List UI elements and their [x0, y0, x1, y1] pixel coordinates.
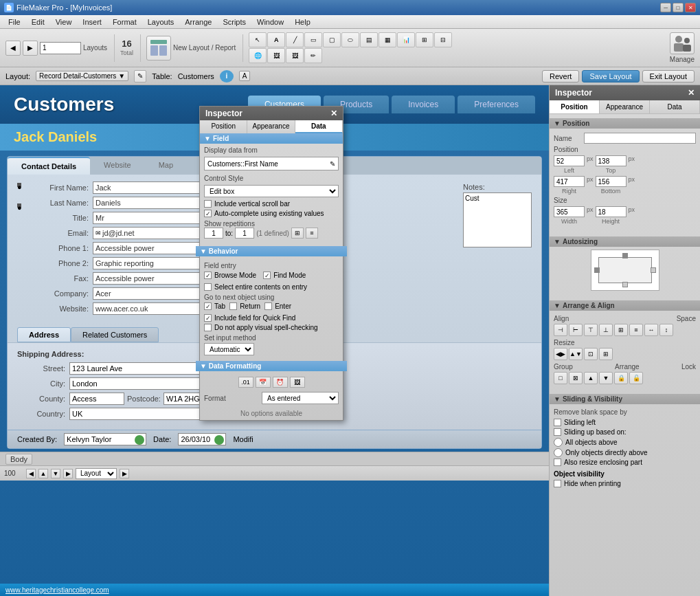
fi-select-contents-checkbox[interactable]	[204, 283, 212, 291]
fi-display-from-input[interactable]: Customers::First Name ✎	[204, 157, 339, 170]
unlock-btn[interactable]: 🔓	[629, 372, 643, 384]
align-bottom-btn[interactable]: ≡	[629, 324, 643, 336]
zoom-out-button[interactable]: ▲	[38, 469, 48, 478]
fi-format-num-btn[interactable]: .01	[238, 377, 253, 388]
date-input[interactable]: 26/03/10	[178, 433, 226, 445]
fi-tab-checkbox[interactable]: ✓	[204, 302, 212, 310]
align-center-h-btn[interactable]: ⊢	[569, 324, 583, 336]
ungroup-btn[interactable]: ⊠	[569, 372, 583, 384]
menu-layouts[interactable]: Layouts	[142, 16, 180, 27]
chart-tool[interactable]: 📊	[397, 32, 415, 47]
fi-control-style-select[interactable]: Edit box	[204, 185, 339, 197]
tab-preferences[interactable]: Preferences	[458, 96, 535, 113]
fi-find-mode-checkbox[interactable]: ✓	[263, 272, 271, 279]
lock-btn[interactable]: 🔒	[614, 372, 628, 384]
created-by-input[interactable]: Kelvyn Taylor	[64, 433, 146, 445]
only-directly-radio[interactable]	[554, 448, 563, 457]
floating-inspector-close-icon[interactable]: ✕	[330, 109, 337, 118]
line-tool[interactable]: ╱	[286, 32, 304, 47]
all-objects-radio[interactable]	[554, 438, 563, 447]
tab-website[interactable]: Website	[90, 157, 145, 175]
resize-both-btn[interactable]: ⊡	[584, 348, 598, 360]
bring-front-btn[interactable]: ▲	[584, 372, 598, 384]
menu-help[interactable]: Help	[289, 16, 316, 27]
arrow-tool[interactable]: ↖	[249, 32, 267, 47]
fi-quick-find-checkbox[interactable]: ✓	[204, 314, 212, 322]
fi-format-date-btn[interactable]: 📅	[256, 377, 271, 388]
portal-tool[interactable]: ⊞	[416, 32, 433, 47]
bottom-input[interactable]	[596, 176, 626, 187]
fi-reps-to-input[interactable]	[235, 228, 254, 239]
fi-tab-data[interactable]: Data	[295, 120, 343, 133]
sliding-left-checkbox[interactable]	[554, 419, 561, 426]
fi-enter-checkbox[interactable]	[264, 302, 272, 310]
fi-reps-list-btn[interactable]: ≡	[306, 228, 318, 239]
right-input[interactable]	[554, 176, 585, 187]
rect-tool[interactable]: ▭	[304, 32, 322, 47]
close-button[interactable]: ✕	[685, 3, 696, 12]
menu-format[interactable]: Format	[107, 16, 142, 27]
county-input[interactable]: Access	[69, 393, 124, 405]
oval-tool[interactable]: ⬭	[341, 32, 359, 47]
width-input[interactable]	[554, 206, 585, 217]
menu-insert[interactable]: Insert	[77, 16, 107, 27]
layout-button[interactable]	[146, 36, 171, 60]
zoom-scroll-button[interactable]: ▶	[120, 469, 129, 478]
text-tool[interactable]: A	[267, 32, 285, 47]
rounded-rect-tool[interactable]: ▢	[323, 32, 341, 47]
exit-layout-button[interactable]: Exit Layout	[642, 70, 695, 82]
fi-spell-check-checkbox[interactable]	[204, 324, 212, 331]
resize-to-grid-btn[interactable]: ⊞	[599, 348, 613, 360]
zoom-in-button[interactable]: ◀	[26, 469, 36, 478]
zoom-select[interactable]: Layout	[76, 468, 117, 479]
nav-forward-button[interactable]: ▶	[23, 41, 38, 56]
zoom-next-button[interactable]: ▶	[63, 469, 73, 478]
inspector-tab-position[interactable]: Position	[550, 100, 600, 113]
menu-arrange[interactable]: Arrange	[179, 16, 217, 27]
revert-button[interactable]: Revert	[542, 70, 579, 82]
menu-view[interactable]: View	[50, 16, 78, 27]
fi-reps-grid-btn[interactable]: ⊞	[291, 228, 304, 239]
group-btn[interactable]: □	[554, 372, 567, 384]
city-input[interactable]: London	[69, 377, 221, 390]
fi-browse-mode-checkbox[interactable]: ✓	[204, 272, 212, 279]
image-tool1[interactable]: 🖼	[267, 48, 285, 63]
web-viewer-tool[interactable]: 🌐	[249, 48, 267, 63]
field-tool[interactable]: ▤	[360, 32, 378, 47]
fi-format-select[interactable]: As entered	[262, 392, 339, 404]
align-right-btn[interactable]: ⊤	[584, 324, 598, 336]
nav-back-button[interactable]: ◀	[5, 41, 21, 56]
inspector-panel-close-icon[interactable]: ✕	[688, 88, 695, 98]
align-top-btn[interactable]: ⊥	[599, 324, 613, 336]
menu-scripts[interactable]: Scripts	[217, 16, 251, 27]
menu-window[interactable]: Window	[251, 16, 289, 27]
also-resize-checkbox[interactable]	[554, 459, 561, 466]
minimize-button[interactable]: ─	[660, 3, 671, 12]
fi-autocomplete-checkbox[interactable]: ✓	[204, 210, 212, 217]
fi-reps-from-input[interactable]	[204, 228, 223, 239]
notes-input[interactable]: Cust	[463, 192, 532, 247]
pen-tool[interactable]: ✏	[304, 48, 322, 63]
height-input[interactable]	[596, 206, 626, 217]
left-input[interactable]	[554, 155, 585, 166]
inspector-tab-appearance[interactable]: Appearance	[600, 100, 650, 113]
tab-map[interactable]: Map	[145, 157, 187, 175]
menu-edit[interactable]: Edit	[26, 16, 50, 27]
resize-w-btn[interactable]: ◀▶	[554, 348, 567, 360]
tab-contact-details[interactable]: Contact Details	[8, 157, 90, 175]
tab-invoices[interactable]: Invoices	[392, 96, 455, 113]
layout-edit-icon[interactable]: ✎	[134, 70, 146, 82]
fi-tab-position[interactable]: Position	[200, 120, 247, 133]
tab-tool[interactable]: ⊟	[434, 32, 452, 47]
record-number-input[interactable]	[40, 42, 81, 54]
maximize-button[interactable]: □	[673, 3, 684, 12]
space-v-btn[interactable]: ↕	[659, 324, 673, 336]
text-size-button[interactable]: A	[239, 71, 251, 81]
country-input[interactable]: UK	[69, 408, 221, 420]
fi-format-img-btn[interactable]: 🖼	[290, 377, 305, 388]
name-input[interactable]	[584, 133, 696, 144]
menu-file[interactable]: File	[3, 16, 26, 27]
inspector-tab-data[interactable]: Data	[650, 100, 700, 113]
info-button[interactable]: i	[220, 70, 234, 82]
tab-address[interactable]: Address	[17, 327, 71, 342]
